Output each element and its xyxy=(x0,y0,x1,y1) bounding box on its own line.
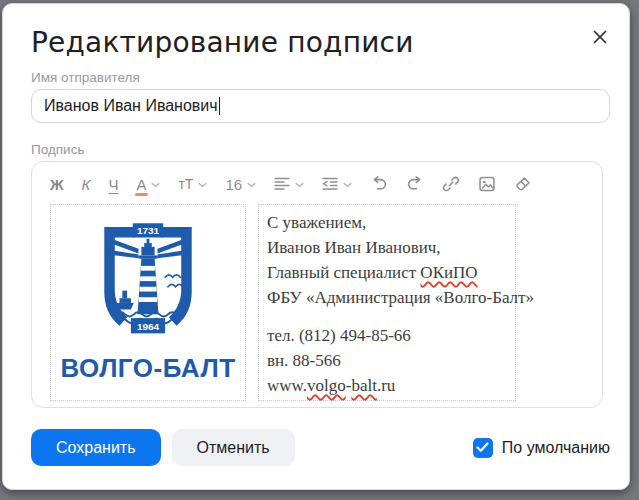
redo-icon xyxy=(406,176,424,192)
font-color-button[interactable]: А xyxy=(136,177,160,192)
logo-brand-text: ВОЛГО-БАЛТ xyxy=(60,353,235,384)
editor-toolbar: ЖКЧАтТ16 xyxy=(50,171,532,197)
sender-name-label: Имя отправителя xyxy=(31,70,140,85)
font-color-icon: А xyxy=(136,177,146,192)
signature-line: ФБУ «Администрация «Волго-Балт» xyxy=(267,285,507,310)
clear-format-button[interactable] xyxy=(514,175,532,193)
redo-button[interactable] xyxy=(406,176,424,192)
cancel-button[interactable]: Отменить xyxy=(172,429,295,466)
volgo-balt-logo: 1731 1964 xyxy=(91,223,205,347)
undo-button[interactable] xyxy=(370,176,388,192)
chevron-down-icon xyxy=(247,182,256,188)
chevron-down-icon xyxy=(343,182,352,188)
signature-text[interactable]: С уважением,Иванов Иван Иванович,Главный… xyxy=(258,204,516,401)
italic-icon: К xyxy=(82,177,91,192)
align-button[interactable] xyxy=(274,177,304,191)
font-size-button[interactable]: 16 xyxy=(225,177,256,192)
bold-icon: Ж xyxy=(50,177,64,192)
checkmark-icon xyxy=(476,442,489,453)
image-button[interactable] xyxy=(478,175,496,193)
signature-line: С уважением, xyxy=(267,210,507,235)
page-title: Редактирование подписи xyxy=(31,26,414,59)
indent-button[interactable] xyxy=(322,177,352,191)
save-button[interactable]: Сохранить xyxy=(31,429,161,466)
italic-button[interactable]: К xyxy=(82,177,91,192)
signature-label: Подпись xyxy=(31,142,84,157)
signature-line: вн. 88-566 xyxy=(267,348,507,373)
sender-name-value: Иванов Иван Иванович xyxy=(44,97,218,115)
underline-button[interactable]: Ч xyxy=(108,177,118,192)
signature-line xyxy=(267,310,507,323)
sender-name-input[interactable]: Иванов Иван Иванович xyxy=(31,89,610,123)
edit-signature-dialog: Редактирование подписи Имя отправителя И… xyxy=(2,3,630,490)
close-icon xyxy=(592,29,608,49)
underline-icon: Ч xyxy=(108,177,118,192)
signature-line: Главный специалист ОКиПО xyxy=(267,260,507,285)
signature-editor[interactable]: ЖКЧАтТ16 xyxy=(31,161,603,408)
chevron-down-icon xyxy=(151,182,160,188)
link-icon xyxy=(442,175,460,193)
font-size-icon: 16 xyxy=(225,177,242,192)
align-left-icon xyxy=(274,177,290,191)
font-family-button[interactable]: тТ xyxy=(178,177,207,191)
signature-line: www.volgo-balt.ru xyxy=(267,373,507,398)
indent-icon xyxy=(322,177,338,191)
undo-icon xyxy=(370,176,388,192)
eraser-icon xyxy=(514,175,532,193)
logo-year-top: 1731 xyxy=(137,225,160,236)
signature-line: Иванов Иван Иванович, xyxy=(267,235,507,260)
link-button[interactable] xyxy=(442,175,460,193)
signature-logo-cell[interactable]: 1731 1964 ВОЛГО-БАЛТ xyxy=(50,204,246,401)
signature-line: тел. (812) 494-85-66 xyxy=(267,323,507,348)
text-caret xyxy=(219,97,220,115)
chevron-down-icon xyxy=(198,182,207,188)
default-checkbox[interactable] xyxy=(473,438,493,458)
default-checkbox-label: По умолчанию xyxy=(502,439,610,457)
default-checkbox-group[interactable]: По умолчанию xyxy=(473,438,610,458)
chevron-down-icon xyxy=(295,182,304,188)
font-family-icon: тТ xyxy=(178,177,193,191)
logo-year-bottom: 1964 xyxy=(137,321,160,332)
dialog-footer: Сохранить Отменить По умолчанию xyxy=(31,429,610,466)
bold-button[interactable]: Ж xyxy=(50,177,64,192)
image-icon xyxy=(478,175,496,193)
close-button[interactable] xyxy=(589,28,611,50)
